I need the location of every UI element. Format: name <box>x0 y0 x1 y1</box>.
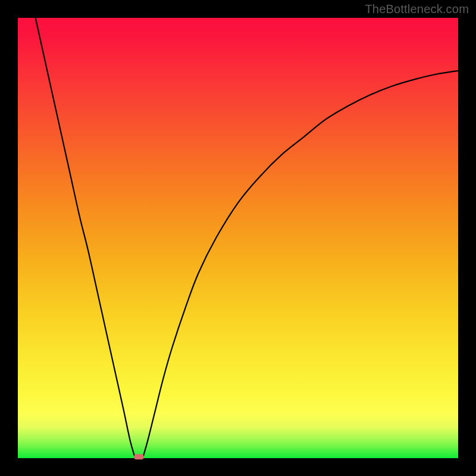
minimum-marker <box>134 454 143 459</box>
chart-frame: TheBottleneck.com <box>0 0 476 476</box>
curve-layer <box>18 18 458 458</box>
plot-area <box>18 18 458 458</box>
watermark-text: TheBottleneck.com <box>365 2 469 16</box>
curve-left-branch <box>36 18 135 456</box>
curve-right-branch <box>143 71 458 456</box>
